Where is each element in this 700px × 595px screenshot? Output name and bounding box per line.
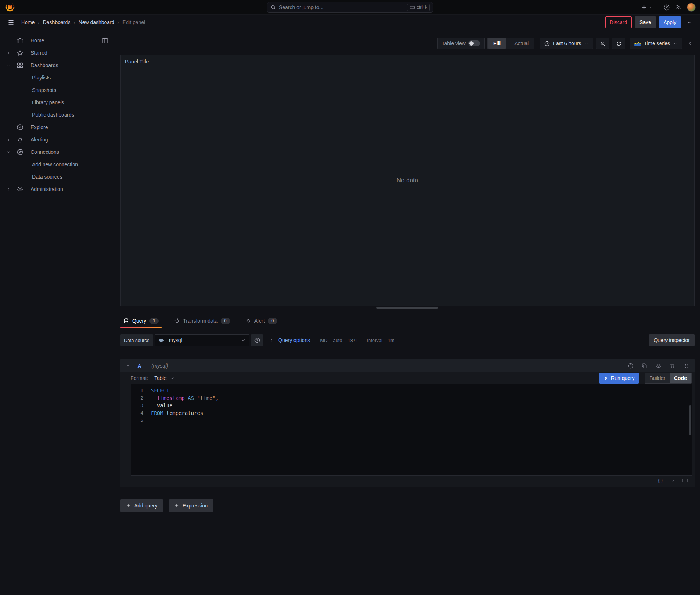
dock-menu-icon[interactable] <box>101 37 109 44</box>
compass-icon <box>14 124 26 131</box>
plug-icon <box>14 148 26 156</box>
tab-count-badge: 0 <box>221 318 230 324</box>
format-label: Format: <box>131 375 148 381</box>
sidebar-item-starred[interactable]: Starred <box>0 47 114 59</box>
sidebar-item-label: Administration <box>31 186 63 192</box>
code-line: SELECT <box>151 387 692 394</box>
menu-toggle-icon[interactable] <box>6 17 16 27</box>
news-icon[interactable] <box>675 4 682 11</box>
run-query-button[interactable]: Run query <box>599 373 639 384</box>
sidebar-item-snapshots[interactable]: Snapshots <box>0 84 114 96</box>
bell-icon <box>245 318 251 324</box>
editor-scrollbar[interactable] <box>689 405 691 435</box>
line-number: 5 <box>131 417 143 424</box>
apply-button[interactable]: Apply <box>659 16 681 28</box>
breadcrumb-new-dashboard[interactable]: New dashboard <box>79 19 114 25</box>
sidebar-item-dashboards[interactable]: Dashboards <box>0 59 114 71</box>
line-number: 1 <box>131 387 143 394</box>
code-line: value <box>151 402 692 409</box>
datasource-row: Data source mysql Query options MD = aut… <box>120 334 695 346</box>
sql-code-editor[interactable]: 12345 SELECT timestamp AS "time", valueF… <box>131 384 692 475</box>
breadcrumb-dashboards[interactable]: Dashboards <box>43 19 71 25</box>
time-series-chart-icon <box>634 41 641 46</box>
visualization-picker[interactable]: Time series <box>630 38 682 49</box>
tab-label: Query <box>132 318 146 324</box>
chevron-down-icon[interactable] <box>3 150 14 155</box>
query-inspector-button[interactable]: Query inspector <box>649 334 695 346</box>
chevron-right-icon[interactable] <box>269 338 274 343</box>
builder-option[interactable]: Builder <box>645 373 670 383</box>
breadcrumb-home[interactable]: Home <box>21 19 35 25</box>
keyboard-shortcuts-icon[interactable] <box>682 477 688 484</box>
database-icon <box>123 318 129 324</box>
tab-query[interactable]: Query 1 <box>120 314 162 328</box>
discard-button[interactable]: Discard <box>605 16 632 28</box>
actual-option[interactable]: Actual <box>509 38 534 49</box>
question-circle-icon <box>254 337 260 343</box>
query-help-icon[interactable] <box>627 363 634 369</box>
sidebar-item-home[interactable]: Home <box>0 34 114 47</box>
clock-icon <box>544 40 550 47</box>
save-button[interactable]: Save <box>635 16 656 28</box>
query-ref-id[interactable]: A <box>137 363 141 369</box>
duplicate-query-icon[interactable] <box>641 363 648 369</box>
chevron-right-icon[interactable] <box>3 51 14 55</box>
add-query-button[interactable]: Add query <box>120 499 163 512</box>
chevron-down-icon[interactable] <box>3 63 14 68</box>
toggle-visibility-icon[interactable] <box>655 362 662 369</box>
format-select[interactable]: Table <box>154 375 174 381</box>
tab-alert[interactable]: Alert 0 <box>242 314 280 328</box>
datasource-help-button[interactable] <box>251 334 263 346</box>
panel-edit-actions: Discard Save Apply <box>605 16 694 28</box>
sidebar-item-add-new-connection[interactable]: Add new connection <box>0 158 114 171</box>
add-expression-button[interactable]: Expression <box>169 499 213 512</box>
sidebar-item-library-panels[interactable]: Library panels <box>0 96 114 109</box>
chevron-right-icon[interactable] <box>3 187 14 192</box>
new-menu-button[interactable] <box>641 4 653 11</box>
top-nav-actions <box>641 0 696 15</box>
shortcut-label: ctrl+k <box>417 5 427 10</box>
tab-count-badge: 1 <box>149 318 159 324</box>
search-input[interactable] <box>279 4 404 10</box>
code-option[interactable]: Code <box>670 373 691 383</box>
format-code-icon[interactable]: {} <box>657 478 664 483</box>
sidebar-item-playlists[interactable]: Playlists <box>0 71 114 84</box>
tab-transform-data[interactable]: Transform data 0 <box>171 314 233 328</box>
user-avatar[interactable] <box>687 3 696 12</box>
sidebar-item-label: Starred <box>31 50 47 56</box>
fill-option[interactable]: Fill <box>488 38 506 49</box>
interval-value: Interval = 1m <box>367 338 394 343</box>
chevron-right-icon[interactable] <box>3 137 14 142</box>
search-icon <box>270 4 276 10</box>
datasource-picker[interactable]: mysql <box>155 334 249 346</box>
zoom-out-time-button[interactable] <box>596 38 609 49</box>
gear-icon <box>14 186 26 193</box>
sidebar-item-connections[interactable]: Connections <box>0 146 114 158</box>
grafana-logo-icon[interactable] <box>5 2 15 12</box>
sidebar-item-explore[interactable]: Explore <box>0 121 114 133</box>
global-search: ctrl+k <box>267 2 433 13</box>
help-icon[interactable] <box>663 4 670 11</box>
plus-icon <box>174 503 179 508</box>
sidebar-item-alerting[interactable]: Alerting <box>0 133 114 146</box>
viz-panel: Panel Title No data <box>120 55 695 306</box>
star-icon <box>14 49 26 57</box>
collapse-options-icon[interactable] <box>684 17 694 27</box>
collapse-options-pane-icon[interactable] <box>685 41 695 46</box>
sidebar-item-administration[interactable]: Administration <box>0 183 114 195</box>
sidebar-item-public-dashboards[interactable]: Public dashboards <box>0 109 114 121</box>
sidebar-item-data-sources[interactable]: Data sources <box>0 171 114 183</box>
builder-code-toggle: Builder Code <box>645 373 692 384</box>
table-view-toggle[interactable]: Table view <box>438 38 485 49</box>
query-row-header[interactable]: A (mysql) <box>120 359 695 372</box>
drag-handle-icon[interactable] <box>683 363 689 369</box>
delete-query-icon[interactable] <box>669 363 676 369</box>
time-range-picker[interactable]: Last 6 hours <box>540 38 593 49</box>
chevron-down-icon[interactable] <box>125 363 131 368</box>
query-footer-buttons: Add query Expression <box>120 499 213 512</box>
query-options-link[interactable]: Query options <box>278 337 310 343</box>
pane-resize-handle[interactable] <box>376 307 438 309</box>
chevron-down-icon[interactable] <box>670 478 675 483</box>
table-view-switch[interactable] <box>468 40 480 46</box>
refresh-button[interactable] <box>612 38 625 49</box>
